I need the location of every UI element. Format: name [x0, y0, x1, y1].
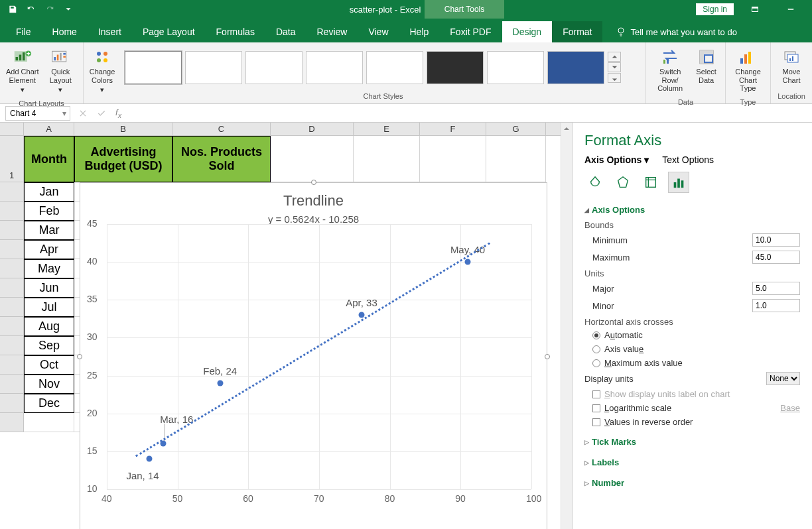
- embedded-chart[interactable]: Trendline y = 0.5624x - 10.258 405060708…: [80, 182, 547, 529]
- tab-home[interactable]: Home: [42, 21, 88, 42]
- major-unit-input[interactable]: [752, 282, 800, 295]
- sign-in-button[interactable]: Sign in: [696, 3, 734, 15]
- tick-marks-section[interactable]: Tick Marks: [584, 434, 800, 449]
- data-point[interactable]: [465, 259, 471, 265]
- chk-reverse-order[interactable]: Values in reverse order: [584, 415, 800, 429]
- chart-style-3[interactable]: [245, 51, 303, 84]
- formula-input[interactable]: [129, 106, 812, 121]
- chart-equation[interactable]: y = 0.5624x - 10.258: [80, 209, 547, 225]
- name-box[interactable]: Chart 4▾: [5, 106, 70, 121]
- save-button[interactable]: [4, 1, 21, 17]
- add-chart-element-button[interactable]: Add Chart Element▾: [4, 45, 41, 97]
- enter-icon[interactable]: [97, 109, 106, 118]
- chart-style-1[interactable]: [125, 51, 182, 84]
- col-header-e[interactable]: E: [354, 123, 420, 135]
- chart-style-5[interactable]: [366, 51, 423, 84]
- chart-style-8[interactable]: [547, 51, 604, 84]
- resize-handle[interactable]: [77, 354, 82, 359]
- data-label[interactable]: Feb, 24: [203, 365, 237, 377]
- tab-review[interactable]: Review: [306, 21, 358, 42]
- radio-automatic[interactable]: Automatic: [584, 328, 800, 342]
- vertical-scrollbar[interactable]: [561, 123, 572, 529]
- month-cell[interactable]: Feb: [24, 202, 74, 221]
- display-units-select[interactable]: None: [766, 372, 800, 385]
- chk-log-scale[interactable]: Logarithmic scaleBase: [584, 401, 800, 415]
- tab-data[interactable]: Data: [265, 21, 306, 42]
- fx-icon[interactable]: fx: [115, 107, 121, 119]
- month-cell[interactable]: Nov: [24, 375, 74, 394]
- minor-unit-input[interactable]: [752, 299, 800, 312]
- radio-axis-value[interactable]: Axis value: [584, 342, 800, 356]
- month-cell[interactable]: Apr: [24, 240, 74, 259]
- tab-file[interactable]: File: [5, 21, 42, 42]
- minimum-input[interactable]: [752, 233, 800, 247]
- ribbon-display-button[interactable]: [740, 0, 770, 19]
- month-cell[interactable]: Jun: [24, 278, 74, 298]
- row-header-1[interactable]: 1: [0, 136, 24, 182]
- plot-area[interactable]: 4050607080901001015202530354045Jan, 14Fe…: [107, 224, 531, 489]
- month-cell[interactable]: Dec: [24, 394, 74, 413]
- data-point[interactable]: [217, 381, 223, 386]
- month-cell[interactable]: Mar: [24, 221, 74, 240]
- maximum-input[interactable]: [752, 251, 800, 264]
- month-cell[interactable]: Oct: [24, 355, 74, 375]
- tab-help[interactable]: Help: [399, 21, 440, 42]
- tab-pagelayout[interactable]: Page Layout: [132, 21, 206, 42]
- col-header-a[interactable]: A: [24, 123, 74, 135]
- chevron-up-icon[interactable]: [608, 52, 621, 62]
- move-chart-button[interactable]: Move Chart: [775, 45, 808, 87]
- col-header-b[interactable]: B: [74, 123, 172, 135]
- tab-foxitpdf[interactable]: Foxit PDF: [439, 21, 502, 42]
- qat-customize[interactable]: [60, 1, 77, 17]
- radio-max-value[interactable]: Maximum axis value: [584, 356, 800, 370]
- redo-button[interactable]: [41, 1, 58, 17]
- spreadsheet[interactable]: A B C D E F G 1 Month Advertising Budget…: [0, 123, 572, 529]
- quick-layout-button[interactable]: Quick Layout▾: [42, 45, 80, 97]
- change-colors-button[interactable]: Change Colors▾: [88, 45, 117, 97]
- effects-icon[interactable]: [612, 172, 634, 193]
- select-all[interactable]: [0, 123, 24, 135]
- chart-style-4[interactable]: [306, 51, 363, 84]
- minimize-button[interactable]: [776, 0, 805, 19]
- axis-options-tab[interactable]: Axis Options ▾: [584, 154, 649, 165]
- cell-b1[interactable]: Advertising Budget (USD): [74, 136, 172, 182]
- data-label[interactable]: Apr, 33: [346, 297, 377, 308]
- tell-me-search[interactable]: Tell me what you want to do: [616, 27, 736, 42]
- cell-a1[interactable]: Month: [24, 136, 74, 182]
- chevron-down-icon[interactable]: ▾: [59, 109, 70, 118]
- change-chart-type-button[interactable]: Change Chart Type: [730, 45, 766, 95]
- data-label[interactable]: Jan, 14: [126, 470, 159, 481]
- expand-gallery-icon[interactable]: [608, 73, 621, 83]
- col-header-f[interactable]: F: [420, 123, 486, 135]
- fill-line-icon[interactable]: [584, 172, 606, 193]
- resize-handle[interactable]: [545, 354, 550, 359]
- chart-style-2[interactable]: [185, 51, 242, 84]
- scroll-up-icon[interactable]: [561, 123, 572, 134]
- cell-c1[interactable]: Nos. Products Sold: [172, 136, 271, 182]
- chart-title[interactable]: Trendline: [80, 183, 547, 209]
- chart-style-6[interactable]: [427, 51, 484, 84]
- month-cell[interactable]: Aug: [24, 317, 74, 336]
- labels-section[interactable]: Labels: [584, 455, 800, 470]
- style-gallery-scroll[interactable]: [608, 52, 621, 83]
- col-header-c[interactable]: C: [172, 123, 271, 135]
- axis-options-icon[interactable]: [668, 172, 689, 193]
- size-properties-icon[interactable]: [640, 172, 661, 193]
- number-section[interactable]: Number: [584, 475, 800, 491]
- switch-row-column-button[interactable]: Switch Row/ Column: [650, 45, 690, 95]
- tab-view[interactable]: View: [358, 21, 399, 42]
- tab-format[interactable]: Format: [552, 21, 602, 42]
- chart-style-7[interactable]: [487, 51, 544, 84]
- month-cell[interactable]: Jul: [24, 298, 74, 317]
- undo-button[interactable]: [23, 1, 40, 17]
- chevron-down-icon[interactable]: [608, 62, 621, 72]
- month-cell[interactable]: May: [24, 259, 74, 278]
- resize-handle[interactable]: [311, 180, 316, 185]
- month-cell[interactable]: Jan: [24, 182, 74, 202]
- col-header-d[interactable]: D: [271, 123, 354, 135]
- axis-options-section[interactable]: Axis Options: [584, 202, 800, 217]
- data-point[interactable]: [147, 456, 153, 462]
- col-header-g[interactable]: G: [486, 123, 546, 135]
- tab-formulas[interactable]: Formulas: [206, 21, 265, 42]
- tab-insert[interactable]: Insert: [88, 21, 132, 42]
